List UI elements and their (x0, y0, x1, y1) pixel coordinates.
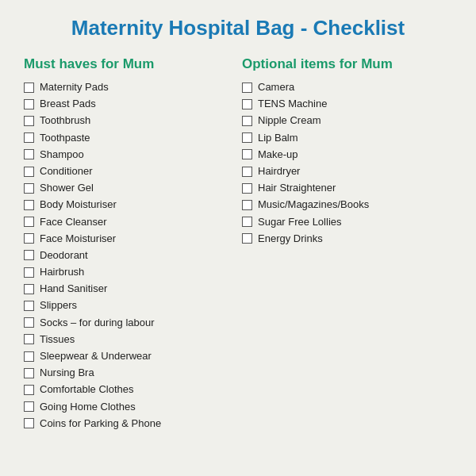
checkbox[interactable] (24, 217, 34, 227)
item-label: Make-up (258, 148, 298, 162)
item-label: Socks – for during labour (40, 316, 155, 330)
checkbox[interactable] (24, 351, 34, 362)
list-item: Face Cleanser (24, 215, 234, 229)
item-label: Sleepwear & Underwear (40, 349, 152, 363)
item-label: Music/Magazines/Books (258, 198, 369, 212)
checkbox[interactable] (24, 368, 34, 378)
item-label: Slippers (40, 298, 77, 313)
list-item: Make-up (242, 148, 452, 162)
checkbox[interactable] (242, 132, 252, 143)
checkbox[interactable] (242, 183, 252, 194)
checkbox[interactable] (24, 83, 34, 93)
list-item: Breast Pads (24, 97, 234, 111)
item-label: Face Moisturiser (40, 232, 116, 246)
list-item: Camera (242, 80, 452, 94)
checkbox[interactable] (242, 99, 252, 109)
checkbox[interactable] (24, 317, 34, 328)
item-label: Going Home Clothes (40, 400, 136, 414)
item-label: Conditioner (40, 164, 93, 178)
checkbox[interactable] (242, 217, 252, 227)
list-item: Sleepwear & Underwear (24, 349, 234, 363)
checkbox[interactable] (242, 200, 252, 210)
checkbox[interactable] (242, 233, 252, 244)
checkbox[interactable] (24, 233, 34, 244)
item-label: Sugar Free Lollies (258, 215, 342, 229)
checkbox[interactable] (242, 116, 252, 126)
item-label: Nipple Cream (258, 113, 321, 128)
item-label: Deodorant (40, 248, 88, 263)
list-item: Music/Magazines/Books (242, 198, 452, 212)
item-label: Lip Balm (258, 131, 298, 145)
item-label: Energy Drinks (258, 232, 323, 246)
page-title: Maternity Hospital Bag - Checklist (24, 16, 452, 40)
checkbox[interactable] (24, 267, 34, 278)
list-item: Shampoo (24, 148, 234, 162)
columns-container: Must haves for Mum Maternity PadsBreast … (24, 56, 452, 433)
checkbox[interactable] (24, 284, 34, 294)
item-label: Hair Straightener (258, 181, 336, 195)
list-item: Hairbrush (24, 265, 234, 279)
item-label: Coins for Parking & Phone (40, 416, 161, 431)
left-column: Must haves for Mum Maternity PadsBreast … (24, 56, 234, 433)
checkbox[interactable] (24, 116, 34, 126)
optional-items-list: CameraTENS MachineNipple CreamLip BalmMa… (242, 80, 452, 246)
item-label: Face Cleanser (40, 215, 107, 229)
list-item: Toothpaste (24, 131, 234, 145)
list-item: Going Home Clothes (24, 400, 234, 414)
item-label: Shampoo (40, 148, 84, 162)
checkbox[interactable] (24, 167, 34, 177)
item-label: Hairdryer (258, 164, 300, 178)
item-label: TENS Machine (258, 97, 327, 111)
right-column: Optional items for Mum CameraTENS Machin… (242, 56, 452, 433)
item-label: Toothpaste (40, 131, 90, 145)
checkbox[interactable] (242, 83, 252, 93)
list-item: Shower Gel (24, 181, 234, 195)
checkbox[interactable] (242, 149, 252, 159)
list-item: TENS Machine (242, 97, 452, 111)
item-label: Camera (258, 80, 294, 94)
list-item: Comfortable Clothes (24, 382, 234, 397)
item-label: Hairbrush (40, 265, 84, 279)
list-item: Body Moisturiser (24, 198, 234, 212)
list-item: Slippers (24, 298, 234, 313)
list-item: Face Moisturiser (24, 232, 234, 246)
list-item: Lip Balm (242, 131, 452, 145)
item-label: Body Moisturiser (40, 198, 117, 212)
item-label: Tissues (40, 332, 75, 347)
checkbox[interactable] (242, 167, 252, 177)
checkbox[interactable] (24, 385, 34, 395)
list-item: Maternity Pads (24, 80, 234, 94)
checkbox[interactable] (24, 401, 34, 412)
item-label: Toothbrush (40, 113, 90, 128)
checkbox[interactable] (24, 149, 34, 159)
list-item: Socks – for during labour (24, 316, 234, 330)
left-section-heading: Must haves for Mum (24, 56, 234, 72)
list-item: Nursing Bra (24, 366, 234, 380)
checkbox[interactable] (24, 132, 34, 143)
list-item: Conditioner (24, 164, 234, 178)
list-item: Coins for Parking & Phone (24, 416, 234, 431)
checkbox[interactable] (24, 334, 34, 344)
checkbox[interactable] (24, 99, 34, 109)
checkbox[interactable] (24, 301, 34, 311)
list-item: Nipple Cream (242, 113, 452, 128)
list-item: Deodorant (24, 248, 234, 263)
list-item: Hair Straightener (242, 181, 452, 195)
item-label: Breast Pads (40, 97, 96, 111)
list-item: Hairdryer (242, 164, 452, 178)
must-haves-list: Maternity PadsBreast PadsToothbrushTooth… (24, 80, 234, 431)
list-item: Hand Sanitiser (24, 282, 234, 296)
checkbox[interactable] (24, 250, 34, 260)
list-item: Sugar Free Lollies (242, 215, 452, 229)
item-label: Shower Gel (40, 181, 94, 195)
page: Maternity Hospital Bag - Checklist Must … (0, 0, 476, 476)
list-item: Toothbrush (24, 113, 234, 128)
list-item: Tissues (24, 332, 234, 347)
checkbox[interactable] (24, 183, 34, 194)
checkbox[interactable] (24, 418, 34, 428)
right-section-heading: Optional items for Mum (242, 56, 452, 72)
item-label: Maternity Pads (40, 80, 109, 94)
checkbox[interactable] (24, 200, 34, 210)
list-item: Energy Drinks (242, 232, 452, 246)
item-label: Comfortable Clothes (40, 382, 134, 397)
